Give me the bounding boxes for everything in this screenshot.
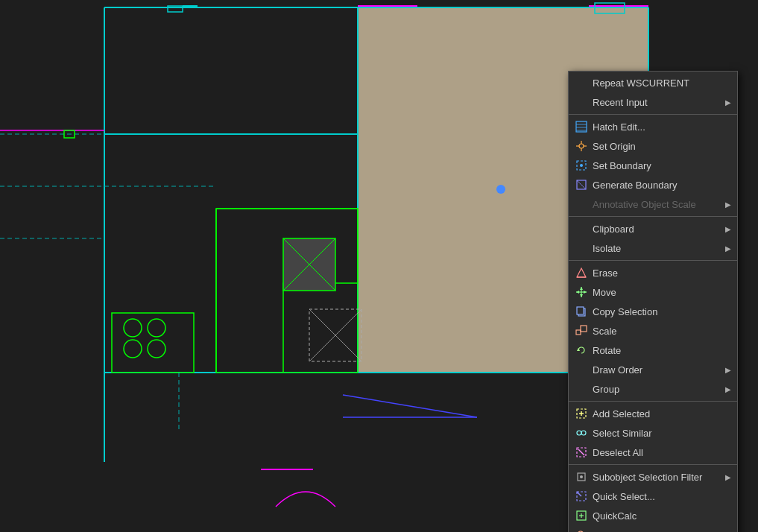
- arrow-isolate: ▶: [725, 244, 731, 253]
- menu-item-subobject-filter[interactable]: Subobject Selection Filter▶: [569, 467, 737, 487]
- svg-marker-50: [577, 268, 586, 277]
- icon-isolate: [575, 241, 588, 255]
- menu-item-isolate[interactable]: Isolate▶: [569, 238, 737, 258]
- label-erase: Erase: [593, 267, 731, 279]
- svg-marker-57: [584, 291, 587, 294]
- icon-find: [575, 528, 588, 532]
- menu-item-scale[interactable]: Scale: [569, 321, 737, 341]
- menu-item-draw-order[interactable]: Draw Order▶: [569, 360, 737, 379]
- menu-item-set-boundary[interactable]: Set Boundary: [569, 156, 737, 175]
- svg-rect-61: [581, 326, 587, 332]
- arrow-clipboard: ▶: [725, 225, 731, 233]
- label-copy-selection: Copy Selection: [593, 306, 731, 317]
- label-annotative-scale: Annotative Object Scale: [593, 199, 722, 210]
- menu-item-recent-input[interactable]: Recent Input▶: [569, 92, 737, 112]
- icon-set-boundary: [575, 159, 588, 172]
- label-group: Group: [593, 384, 722, 395]
- arrow-annotative-scale: ▶: [725, 200, 731, 209]
- icon-add-selected: [575, 407, 588, 420]
- label-draw-order: Draw Order: [593, 364, 722, 376]
- separator-after-group: [569, 401, 737, 402]
- menu-item-quickcalc[interactable]: QuickCalc: [569, 506, 737, 525]
- svg-point-66: [577, 431, 581, 435]
- arrow-subobject-filter: ▶: [725, 473, 731, 481]
- icon-quick-select: [575, 490, 588, 503]
- menu-item-repeat-wscurrent[interactable]: Repeat WSCURRENT: [569, 73, 737, 92]
- separator-after-recent-input: [569, 114, 737, 115]
- menu-item-copy-selection[interactable]: Copy Selection: [569, 302, 737, 321]
- label-find: Find...: [593, 530, 731, 533]
- menu-item-move[interactable]: Move: [569, 282, 737, 302]
- svg-marker-55: [580, 294, 583, 297]
- svg-line-49: [577, 180, 586, 189]
- label-isolate: Isolate: [593, 243, 722, 254]
- label-clipboard: Clipboard: [593, 224, 722, 235]
- label-scale: Scale: [593, 326, 731, 337]
- separator-after-annotative-scale: [569, 216, 737, 217]
- svg-point-67: [581, 431, 586, 435]
- icon-erase: [575, 266, 588, 279]
- label-deselect-all: Deselect All: [593, 447, 731, 458]
- icon-move: [575, 285, 588, 299]
- separator-after-deselect-all: [569, 464, 737, 465]
- svg-point-32: [496, 185, 505, 194]
- label-add-selected: Add Selected: [593, 408, 731, 419]
- svg-point-47: [580, 164, 583, 167]
- svg-rect-60: [576, 330, 581, 335]
- menu-item-group[interactable]: Group▶: [569, 379, 737, 399]
- icon-draw-order: [575, 363, 588, 376]
- icon-subobject-filter: [575, 470, 588, 484]
- icon-rotate: [575, 343, 588, 357]
- menu-item-select-similar[interactable]: Select Similar: [569, 423, 737, 443]
- icon-hatch-edit: [575, 120, 588, 133]
- icon-deselect-all: [575, 446, 588, 459]
- menu-item-generate-boundary[interactable]: Generate Boundary: [569, 175, 737, 194]
- label-select-similar: Select Similar: [593, 428, 731, 439]
- arrow-draw-order: ▶: [725, 366, 731, 374]
- menu-item-annotative-scale: Annotative Object Scale▶: [569, 194, 737, 214]
- label-repeat-wscurrent: Repeat WSCURRENT: [593, 77, 731, 89]
- icon-scale: [575, 324, 588, 338]
- icon-select-similar: [575, 426, 588, 440]
- icon-copy-selection: [575, 305, 588, 318]
- menu-item-deselect-all[interactable]: Deselect All: [569, 443, 737, 462]
- icon-annotative-scale: [575, 197, 588, 211]
- menu-item-clipboard[interactable]: Clipboard▶: [569, 219, 737, 238]
- icon-generate-boundary: [575, 178, 588, 191]
- icon-set-origin: [575, 139, 588, 153]
- menu-item-hatch-edit[interactable]: Hatch Edit...: [569, 117, 737, 136]
- menu-item-quick-select[interactable]: Quick Select...: [569, 487, 737, 506]
- menu-item-rotate[interactable]: Rotate: [569, 341, 737, 360]
- svg-point-71: [580, 475, 583, 478]
- separator-after-isolate: [569, 260, 737, 261]
- svg-rect-59: [577, 307, 584, 314]
- label-set-boundary: Set Boundary: [593, 160, 731, 171]
- label-rotate: Rotate: [593, 345, 731, 356]
- icon-repeat-wscurrent: [575, 76, 588, 89]
- context-menu: Repeat WSCURRENTRecent Input▶Hatch Edit.…: [568, 71, 738, 532]
- label-quick-select: Quick Select...: [593, 491, 731, 502]
- icon-quickcalc: [575, 509, 588, 522]
- label-generate-boundary: Generate Boundary: [593, 180, 731, 191]
- label-move: Move: [593, 287, 731, 298]
- svg-point-41: [579, 144, 584, 148]
- label-quickcalc: QuickCalc: [593, 510, 731, 522]
- menu-item-add-selected[interactable]: Add Selected: [569, 404, 737, 423]
- icon-clipboard: [575, 222, 588, 235]
- menu-item-set-origin[interactable]: Set Origin: [569, 136, 737, 156]
- arrow-group: ▶: [725, 385, 731, 393]
- arrow-recent-input: ▶: [725, 98, 731, 107]
- label-subobject-filter: Subobject Selection Filter: [593, 472, 722, 483]
- label-recent-input: Recent Input: [593, 97, 722, 108]
- svg-line-73: [577, 492, 581, 496]
- svg-line-69: [578, 449, 584, 455]
- icon-recent-input: [575, 95, 588, 109]
- menu-item-erase[interactable]: Erase: [569, 263, 737, 282]
- icon-group: [575, 382, 588, 396]
- svg-marker-54: [580, 287, 583, 290]
- svg-marker-56: [576, 291, 579, 294]
- label-hatch-edit: Hatch Edit...: [593, 121, 731, 133]
- label-set-origin: Set Origin: [593, 141, 731, 152]
- menu-item-find[interactable]: Find...: [569, 525, 737, 532]
